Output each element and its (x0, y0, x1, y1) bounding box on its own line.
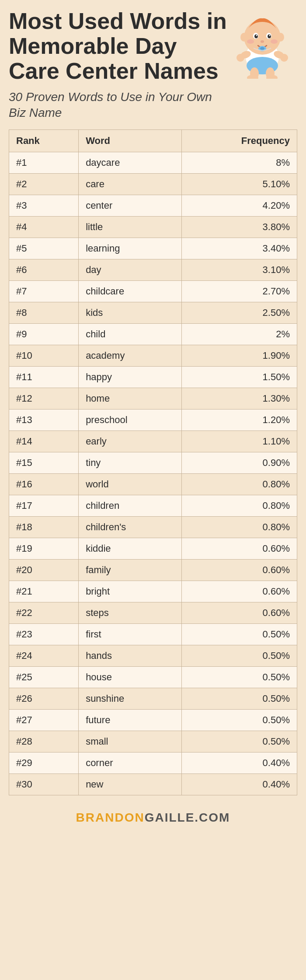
table-row: #2care5.10% (9, 174, 297, 195)
cell-frequency: 1.50% (181, 367, 297, 388)
cell-rank: #23 (9, 624, 79, 645)
svg-point-24 (280, 54, 288, 62)
cell-word: day (79, 259, 181, 281)
cell-rank: #22 (9, 602, 79, 624)
cell-frequency: 3.80% (181, 217, 297, 238)
main-title: Most Used Words in Memorable Day Care Ce… (9, 9, 227, 84)
cell-frequency: 3.40% (181, 238, 297, 259)
cell-rank: #6 (9, 259, 79, 281)
cell-word: child (79, 324, 181, 345)
table-row: #23first0.50% (9, 624, 297, 645)
table-row: #12home1.30% (9, 388, 297, 410)
cell-word: care (79, 174, 181, 195)
cell-frequency: 0.80% (181, 517, 297, 538)
cell-word: steps (79, 602, 181, 624)
table-row: #30new0.40% (9, 774, 297, 795)
cell-word: bright (79, 581, 181, 602)
table-row: #7childcare2.70% (9, 281, 297, 302)
column-frequency: Frequency (181, 130, 297, 152)
cell-word: new (79, 774, 181, 795)
cell-frequency: 1.30% (181, 388, 297, 410)
footer-domain: GAILLE.COM (145, 811, 230, 824)
cell-rank: #30 (9, 774, 79, 795)
table-row: #19kiddie0.60% (9, 538, 297, 560)
table-row: #16world0.80% (9, 474, 297, 495)
cell-frequency: 0.60% (181, 538, 297, 560)
cell-word: kiddie (79, 538, 181, 560)
cell-frequency: 0.50% (181, 688, 297, 710)
cell-rank: #3 (9, 195, 79, 217)
cell-rank: #10 (9, 345, 79, 367)
table-row: #26sunshine0.50% (9, 688, 297, 710)
cell-rank: #17 (9, 495, 79, 517)
cell-word: first (79, 624, 181, 645)
cell-rank: #12 (9, 388, 79, 410)
table-row: #8kids2.50% (9, 302, 297, 324)
cell-frequency: 0.60% (181, 602, 297, 624)
cell-frequency: 5.10% (181, 174, 297, 195)
cell-frequency: 2.50% (181, 302, 297, 324)
svg-point-23 (236, 54, 244, 62)
cell-frequency: 0.50% (181, 731, 297, 752)
cell-word: future (79, 710, 181, 731)
svg-point-17 (269, 35, 271, 36)
table-row: #29corner0.40% (9, 752, 297, 774)
cell-rank: #24 (9, 645, 79, 667)
svg-point-16 (268, 35, 271, 38)
cell-word: house (79, 667, 181, 688)
svg-point-20 (260, 47, 264, 50)
table-row: #18children's0.80% (9, 517, 297, 538)
cell-frequency: 0.60% (181, 560, 297, 581)
footer: BRANDONGAILLE.COM (9, 804, 297, 831)
cell-frequency: 0.50% (181, 624, 297, 645)
cell-word: sunshine (79, 688, 181, 710)
cell-rank: #28 (9, 731, 79, 752)
cell-word: little (79, 217, 181, 238)
cell-rank: #15 (9, 452, 79, 474)
cell-word: center (79, 195, 181, 217)
cell-rank: #18 (9, 517, 79, 538)
cell-word: small (79, 731, 181, 752)
cell-word: home (79, 388, 181, 410)
cell-rank: #19 (9, 538, 79, 560)
table-row: #13preschool1.20% (9, 410, 297, 431)
cell-rank: #26 (9, 688, 79, 710)
cell-word: children's (79, 517, 181, 538)
table-row: #1daycare8% (9, 152, 297, 174)
cell-frequency: 0.50% (181, 710, 297, 731)
cell-word: tiny (79, 452, 181, 474)
footer-text: BRANDONGAILLE.COM (76, 811, 230, 824)
table-row: #14early1.10% (9, 431, 297, 452)
cell-word: academy (79, 345, 181, 367)
cell-frequency: 1.20% (181, 410, 297, 431)
table-wrapper: Rank Word Frequency #1daycare8%#2care5.1… (9, 130, 297, 795)
table-row: #5learning3.40% (9, 238, 297, 259)
svg-point-10 (240, 33, 247, 42)
cell-rank: #16 (9, 474, 79, 495)
svg-point-13 (254, 35, 258, 38)
table-row: #3center4.20% (9, 195, 297, 217)
cell-word: children (79, 495, 181, 517)
table-row: #21bright0.60% (9, 581, 297, 602)
table-row: #4little3.80% (9, 217, 297, 238)
cell-word: childcare (79, 281, 181, 302)
cell-rank: #29 (9, 752, 79, 774)
cell-frequency: 0.40% (181, 752, 297, 774)
cell-word: world (79, 474, 181, 495)
cell-word: learning (79, 238, 181, 259)
baby-illustration (227, 9, 297, 79)
cell-frequency: 0.80% (181, 495, 297, 517)
cell-rank: #9 (9, 324, 79, 345)
header-section: Most Used Words in Memorable Day Care Ce… (9, 9, 297, 121)
cell-rank: #8 (9, 302, 79, 324)
table-row: #22steps0.60% (9, 602, 297, 624)
table-row: #27future0.50% (9, 710, 297, 731)
cell-rank: #20 (9, 560, 79, 581)
cell-frequency: 1.90% (181, 345, 297, 367)
table-row: #10academy1.90% (9, 345, 297, 367)
cell-word: hands (79, 645, 181, 667)
page-container: Most Used Words in Memorable Day Care Ce… (0, 0, 306, 840)
cell-word: kids (79, 302, 181, 324)
cell-frequency: 3.10% (181, 259, 297, 281)
table-row: #24hands0.50% (9, 645, 297, 667)
